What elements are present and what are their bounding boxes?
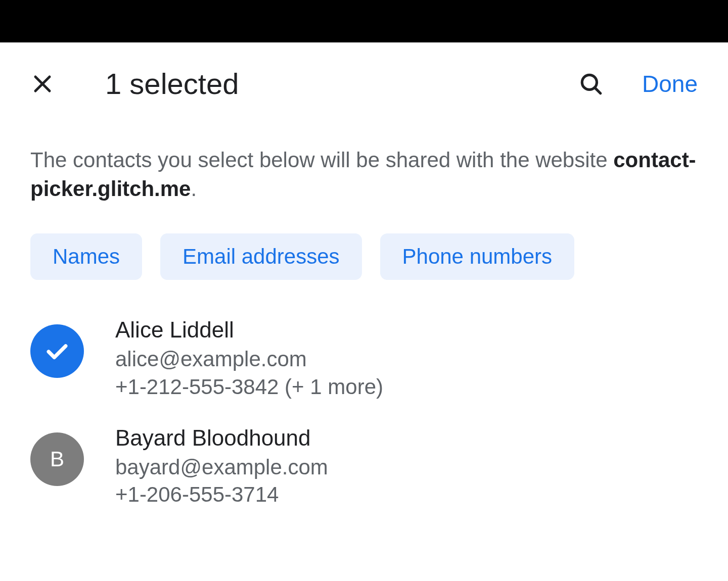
chip-phone-numbers[interactable]: Phone numbers xyxy=(380,233,575,280)
contact-name: Bayard Bloodhound xyxy=(115,425,698,451)
share-description: The contacts you select below will be sh… xyxy=(30,116,698,218)
contact-name: Alice Liddell xyxy=(115,317,698,343)
contact-info: Bayard Bloodhound bayard@example.com +1-… xyxy=(115,425,698,509)
description-prefix: The contacts you select below will be sh… xyxy=(30,148,613,172)
description-suffix: . xyxy=(191,177,197,201)
avatar-selected xyxy=(30,324,84,378)
contact-info: Alice Liddell alice@example.com +1-212-5… xyxy=(115,317,698,401)
header: 1 selected Done xyxy=(30,42,698,116)
property-chips: Names Email addresses Phone numbers xyxy=(30,218,698,295)
contact-row[interactable]: Alice Liddell alice@example.com +1-212-5… xyxy=(30,305,698,413)
chip-names[interactable]: Names xyxy=(30,233,142,280)
content-area: 1 selected Done The contacts you select … xyxy=(0,42,728,521)
chip-email-addresses[interactable]: Email addresses xyxy=(160,233,361,280)
avatar-unselected: B xyxy=(30,432,84,486)
done-button[interactable]: Done xyxy=(642,70,698,98)
contact-phone: +1-212-555-3842 (+ 1 more) xyxy=(115,373,698,401)
top-black-bar xyxy=(0,0,728,42)
search-icon xyxy=(578,71,604,96)
contact-row[interactable]: B Bayard Bloodhound bayard@example.com +… xyxy=(30,413,698,521)
contact-phone: +1-206-555-3714 xyxy=(115,481,698,509)
page-title: 1 selected xyxy=(105,67,578,101)
search-button[interactable] xyxy=(578,71,604,96)
close-button[interactable] xyxy=(30,72,55,96)
contacts-list: Alice Liddell alice@example.com +1-212-5… xyxy=(30,295,698,520)
svg-line-3 xyxy=(595,87,600,93)
contact-email: bayard@example.com xyxy=(115,454,698,481)
close-icon xyxy=(30,72,55,96)
contact-email: alice@example.com xyxy=(115,346,698,373)
check-icon xyxy=(43,337,71,365)
avatar-initial: B xyxy=(50,447,64,471)
